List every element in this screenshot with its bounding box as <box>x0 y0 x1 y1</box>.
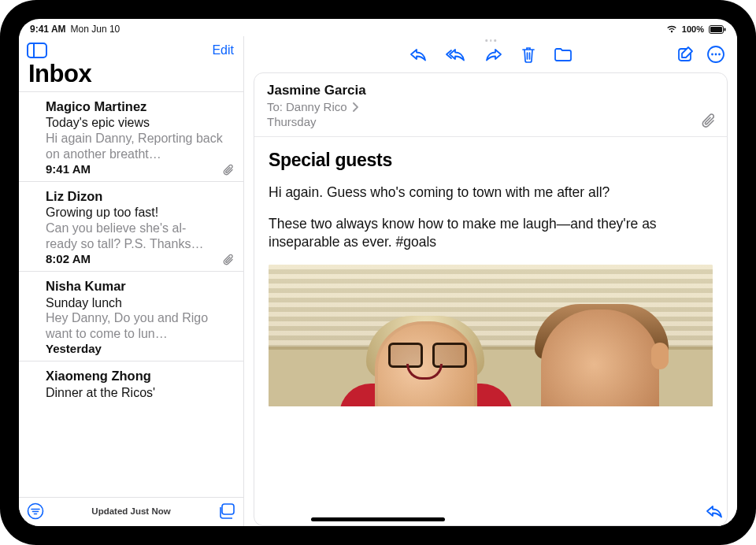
preview-label: Hi again Danny, Reporting back on anothe… <box>46 131 234 161</box>
status-time: 9:41 AM <box>30 24 66 35</box>
more-button[interactable] <box>707 46 724 63</box>
move-to-folder-button[interactable] <box>554 46 573 62</box>
filter-button[interactable] <box>27 502 44 520</box>
home-indicator[interactable] <box>311 517 445 521</box>
status-date: Mon Jun 10 <box>71 24 120 35</box>
sync-status-label: Updated Just Now <box>50 506 212 516</box>
list-item[interactable]: Nisha Kumar Sunday lunch Hey Danny, Do y… <box>19 272 243 361</box>
svg-rect-1 <box>710 27 722 32</box>
message-date: Thursday <box>267 115 714 128</box>
list-item[interactable]: Liz Dizon Growing up too fast! Can you b… <box>19 182 243 272</box>
battery-percent: 100% <box>682 24 704 34</box>
screen: 9:41 AM Mon Jun 10 100% Ed <box>19 19 737 526</box>
subject-label: Today's epic views <box>46 115 234 131</box>
forward-button[interactable] <box>484 46 503 62</box>
message-card: Jasmine Garcia To: Danny Rico Thursday <box>254 72 728 526</box>
list-item[interactable]: Xiaomeng Zhong Dinner at the Ricos' <box>19 361 243 406</box>
sender-label: Magico Martinez <box>46 99 234 114</box>
body-paragraph: These two always know how to make me lau… <box>269 215 713 252</box>
message-body[interactable]: Special guests Hi again. Guess who's com… <box>254 137 727 525</box>
compose-button[interactable] <box>677 46 695 63</box>
reply-button[interactable] <box>409 46 428 62</box>
message-text: Hi again. Guess who's coming to town wit… <box>269 184 713 252</box>
preview-label: Hey Danny, Do you and Rigo want to come … <box>46 310 234 341</box>
time-label: 9:41 AM <box>46 162 91 176</box>
svg-rect-2 <box>724 28 726 31</box>
ipad-frame: 9:41 AM Mon Jun 10 100% Ed <box>0 0 756 545</box>
svg-point-14 <box>718 54 721 56</box>
svg-point-12 <box>711 54 713 56</box>
message-toolbar <box>244 36 737 68</box>
paperclip-icon <box>702 113 716 128</box>
svg-rect-9 <box>222 504 234 514</box>
preview-label: Can you believe she's al- ready so tall?… <box>46 221 234 251</box>
svg-point-13 <box>715 54 717 56</box>
svg-rect-3 <box>28 43 46 57</box>
message-list[interactable]: Magico Martinez Today's epic views Hi ag… <box>19 91 243 497</box>
message-pane: Jasmine Garcia To: Danny Rico Thursday <box>244 36 737 526</box>
list-item[interactable]: Magico Martinez Today's epic views Hi ag… <box>19 92 243 182</box>
paperclip-icon <box>223 163 234 176</box>
reply-all-button[interactable] <box>445 46 467 62</box>
subject-label: Sunday lunch <box>46 295 234 311</box>
sender-label: Nisha Kumar <box>46 279 234 294</box>
sender-label: Xiaomeng Zhong <box>46 369 234 384</box>
message-subject: Special guests <box>269 150 713 171</box>
to-prefix: To: <box>267 100 283 113</box>
message-header[interactable]: Jasmine Garcia To: Danny Rico Thursday <box>254 73 727 137</box>
paperclip-icon <box>223 253 234 265</box>
subject-label: Growing up too fast! <box>46 205 234 221</box>
quick-reply-button[interactable] <box>706 504 723 518</box>
from-label: Jasmine Garcia <box>267 83 714 98</box>
trash-button[interactable] <box>521 46 536 63</box>
sidebar-footer: Updated Just Now <box>19 497 243 526</box>
status-bar: 9:41 AM Mon Jun 10 100% <box>19 19 737 36</box>
mailboxes-button[interactable] <box>218 503 235 519</box>
sender-label: Liz Dizon <box>46 189 234 204</box>
mailbox-title: Inbox <box>19 60 243 91</box>
time-label: Yesterday <box>46 342 102 355</box>
wifi-icon <box>666 25 677 33</box>
sidebar-toggle-button[interactable] <box>27 43 47 58</box>
time-label: 8:02 AM <box>46 252 91 265</box>
subject-label: Dinner at the Ricos' <box>46 385 234 401</box>
battery-icon <box>709 25 726 34</box>
edit-button[interactable]: Edit <box>212 43 234 57</box>
attachment-image[interactable] <box>269 265 713 406</box>
body-paragraph: Hi again. Guess who's coming to town wit… <box>269 184 713 202</box>
to-name: Danny Rico <box>286 100 347 113</box>
mailbox-sidebar: Edit Inbox Magico Martinez Today's epic … <box>19 36 244 526</box>
chevron-right-icon <box>352 102 358 112</box>
